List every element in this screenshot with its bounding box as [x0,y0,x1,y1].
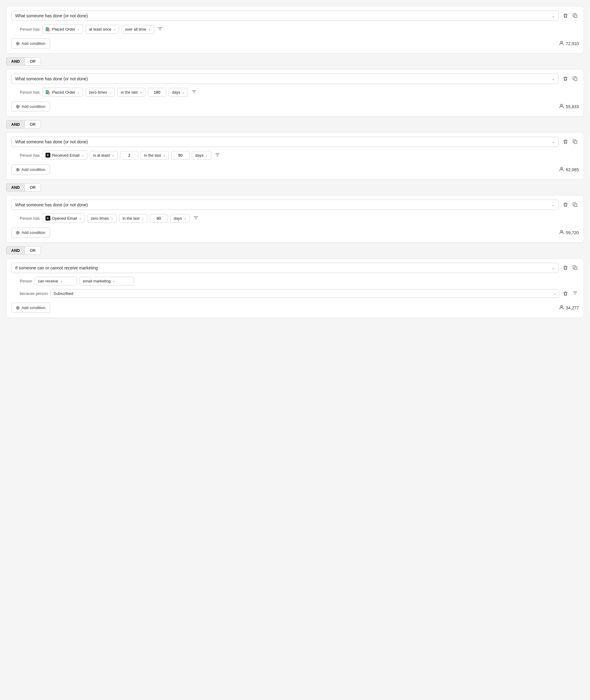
and-button-1[interactable]: AND [6,57,24,66]
condition-row-4: Person has K Opened Email ⌄ zero times ⌄… [20,214,579,223]
number-input-2[interactable] [148,88,166,97]
count-icon-4 [559,230,564,236]
delete-button-2[interactable] [562,75,569,83]
count-icon-3 [559,167,564,173]
add-condition-label-3: Add condition [21,167,45,172]
number-input-3[interactable] [171,151,190,160]
add-condition-label-4: Add condition [21,230,45,235]
and-button-4[interactable]: AND [6,246,24,254]
add-condition-button-3[interactable]: ⊕ Add condition [11,164,50,174]
and-or-row-2: AND OR [6,120,584,128]
time-unit-select-2[interactable]: days ⌄ [169,88,188,97]
filter-button-4[interactable] [192,214,199,222]
svg-point-5 [561,167,563,169]
and-button-3[interactable]: AND [6,183,24,192]
block-footer-4: ⊕ Add condition 59,720 [11,228,579,238]
frequency-select-2[interactable]: zero times ⌄ [86,88,115,97]
block-footer-3: ⊕ Add condition 62,065 [11,164,579,174]
frequency-label-2: zero times [89,90,107,95]
time-range-select-1[interactable]: over all time ⌄ [121,25,154,34]
time-unit-select-3[interactable]: days ⌄ [192,151,211,160]
frequency-select-3[interactable]: is at least ⌄ [90,151,118,160]
block-header-3: What someone has done (or not done) ⌄ [11,137,579,147]
in-last-select-2[interactable]: in the last ⌄ [117,88,145,97]
delete-button-5[interactable] [562,264,569,271]
action-label-2: Placed Order [52,90,76,95]
delete-subscribed-5[interactable] [562,290,569,297]
or-button-3[interactable]: OR [24,183,41,192]
copy-button-2[interactable] [572,75,579,83]
filter-button-3[interactable] [214,151,221,159]
svg-point-7 [561,230,563,232]
block-title-text-2: What someone has done (or not done) [15,76,88,81]
frequency-select-4[interactable]: zero times ⌄ [87,214,117,223]
frequency-select-1[interactable]: at least once ⌄ [86,25,119,34]
add-condition-button-4[interactable]: ⊕ Add condition [11,228,50,238]
copy-button-1[interactable] [572,12,579,19]
action-select-1[interactable]: 🛍️ Placed Order ⌄ [42,24,83,34]
copy-button-4[interactable] [572,201,579,209]
frequency-chevron-1: ⌄ [113,27,116,31]
delete-button-1[interactable] [562,12,569,19]
add-condition-plus-3: ⊕ [16,167,20,172]
copy-button-3[interactable] [572,138,579,145]
can-receive-label-5: can receive [38,279,58,283]
and-or-row-4: AND OR [6,246,584,254]
number-input-4[interactable] [150,214,168,223]
shopify-icon-2: 🛍️ [45,90,50,95]
count-value-1: 72,910 [566,41,579,46]
block-title-select-2[interactable]: What someone has done (or not done) ⌄ [11,74,559,84]
count-value-3: 62,065 [566,167,579,172]
block-title-select-5[interactable]: If someone can or cannot receive marketi… [11,263,559,273]
block-footer-1: ⊕ Add condition 72,910 [11,38,579,48]
count-icon-2 [559,104,564,110]
and-or-row-1: AND OR [6,57,584,66]
frequency-label-1: at least once [89,27,111,31]
delete-button-4[interactable] [562,201,569,209]
marketing-type-select-5[interactable]: email marketing ⌄ [79,277,134,285]
count-input-3[interactable] [120,151,138,160]
and-button-2[interactable]: AND [6,120,24,128]
svg-rect-8 [574,267,577,270]
can-receive-select-5[interactable]: can receive ⌄ [34,277,77,285]
delete-button-3[interactable] [562,138,569,145]
or-button-1[interactable]: OR [24,57,41,66]
block-title-select-3[interactable]: What someone has done (or not done) ⌄ [11,137,559,147]
person-has-label-1: Person has [20,27,40,31]
svg-point-3 [561,104,563,106]
condition-row-3: Person has K Received Email ⌄ is at leas… [20,151,579,160]
count-icon-5 [559,305,564,311]
in-last-select-4[interactable]: in the last ⌄ [119,214,148,223]
or-button-4[interactable]: OR [24,246,41,254]
copy-button-5[interactable] [572,264,579,271]
can-receive-chevron-5: ⌄ [60,279,63,283]
time-range-label-1: over all time [125,27,146,31]
or-button-2[interactable]: OR [24,120,41,128]
time-unit-chevron-3: ⌄ [205,153,208,157]
block-title-chevron-5: ⌄ [552,266,555,270]
add-condition-plus-4: ⊕ [16,230,20,235]
subscribed-select-5[interactable]: Subscribed ⌄ [50,289,559,298]
filter-button-2[interactable] [190,88,198,96]
marketing-row-5: Person can receive ⌄ email marketing ⌄ [20,277,579,285]
action-select-2[interactable]: 🛍️ Placed Order ⌄ [42,88,83,97]
block-header-2: What someone has done (or not done) ⌄ [11,74,579,84]
because-label-5: because person [20,291,48,296]
add-condition-button-5[interactable]: ⊕ Add condition [11,303,50,313]
add-condition-button-1[interactable]: ⊕ Add condition [11,38,50,48]
filter-button-1[interactable] [157,25,164,33]
block-title-select-1[interactable]: What someone has done (or not done) ⌄ [11,11,559,21]
action-select-4[interactable]: K Opened Email ⌄ [42,214,85,223]
person-has-label-2: Person has [20,90,40,95]
condition-block-2: What someone has done (or not done) ⌄ Pe… [6,69,584,117]
add-condition-button-2[interactable]: ⊕ Add condition [11,102,50,112]
block-title-text-5: If someone can or cannot receive marketi… [15,265,98,270]
frequency-chevron-2: ⌄ [109,90,112,94]
action-label-4: Opened Email [52,216,77,221]
action-select-3[interactable]: K Received Email ⌄ [42,151,87,160]
time-unit-select-4[interactable]: days ⌄ [170,214,190,223]
subscribed-label-5: Subscribed [54,291,73,296]
filter-subscribed-5[interactable] [572,289,579,298]
block-title-select-4[interactable]: What someone has done (or not done) ⌄ [11,200,559,210]
in-last-select-3[interactable]: in the last ⌄ [141,151,169,160]
